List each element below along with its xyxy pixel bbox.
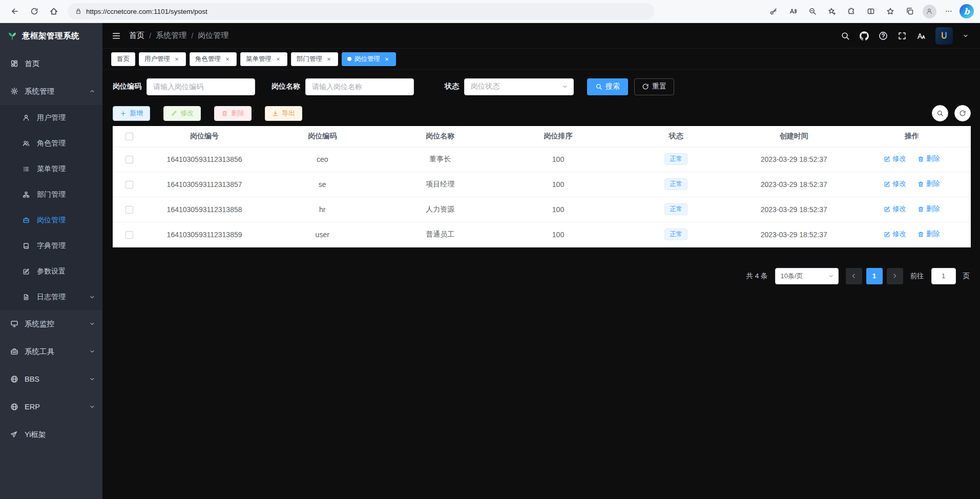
browser-profile-button[interactable] — [921, 3, 938, 20]
edit-button[interactable]: 修改 — [163, 106, 201, 121]
table-row: 1641030593112313857 se 项目经理 100 正常 2023-… — [113, 172, 971, 197]
row-edit-link[interactable]: 修改 — [884, 154, 906, 163]
browser-menu-button[interactable] — [940, 3, 957, 20]
reset-button[interactable]: 重置 — [634, 78, 674, 95]
github-button[interactable] — [860, 31, 869, 40]
browser-home-button[interactable] — [45, 3, 62, 20]
extensions-button[interactable] — [843, 3, 860, 20]
breadcrumb-home[interactable]: 首页 — [129, 31, 144, 40]
tab-close-icon[interactable] — [383, 55, 390, 63]
tab-departments[interactable]: 部门管理 — [291, 52, 338, 66]
refresh-table-button[interactable] — [954, 105, 971, 121]
tab-close-icon[interactable] — [325, 55, 332, 63]
sidebar-item-logs[interactable]: 日志管理 — [0, 284, 102, 310]
status-select-placeholder: 岗位状态 — [471, 82, 499, 91]
row-checkbox[interactable] — [126, 181, 133, 189]
chevron-down-icon — [89, 321, 95, 327]
favorites-button[interactable] — [882, 3, 899, 20]
row-checkbox[interactable] — [126, 231, 133, 239]
row-delete-link[interactable]: 删除 — [918, 154, 940, 163]
tab-menus[interactable]: 菜单管理 — [240, 52, 287, 66]
sidebar-item-yi[interactable]: Yi框架 — [0, 421, 102, 448]
breadcrumb-current: 岗位管理 — [198, 31, 228, 40]
tab-roles[interactable]: 角色管理 — [190, 52, 237, 66]
sidebar-item-bbs[interactable]: BBS — [0, 365, 102, 393]
sidebar-item-dict[interactable]: 字典管理 — [0, 233, 102, 259]
delete-button[interactable]: 删除 — [214, 106, 252, 121]
row-delete-link[interactable]: 删除 — [918, 230, 940, 239]
sidebar-item-label: 用户管理 — [37, 113, 66, 122]
post-code-input[interactable] — [147, 78, 255, 95]
col-post-id: 岗位编号 — [145, 126, 263, 147]
tab-close-icon[interactable] — [275, 55, 282, 63]
row-delete-link[interactable]: 删除 — [918, 204, 940, 214]
breadcrumb-section[interactable]: 系统管理 — [156, 31, 186, 40]
sidebar-item-departments[interactable]: 部门管理 — [0, 182, 102, 207]
row-edit-link[interactable]: 修改 — [884, 204, 906, 214]
chevron-down-icon — [89, 294, 95, 300]
tab-close-icon[interactable] — [224, 55, 231, 63]
sidebar-item-tools[interactable]: 系统工具 — [0, 338, 102, 365]
sidebar-item-params[interactable]: 参数设置 — [0, 259, 102, 284]
goto-page-input[interactable] — [931, 268, 956, 284]
row-edit-link[interactable]: 修改 — [884, 179, 906, 189]
tab-home[interactable]: 首页 — [111, 52, 135, 66]
status-select[interactable]: 岗位状态 — [464, 78, 574, 95]
tab-users[interactable]: 用户管理 — [139, 52, 186, 66]
tab-close-icon[interactable] — [173, 55, 180, 63]
site-lock-icon[interactable] — [75, 8, 82, 15]
cell-post-id: 1641030593112313858 — [145, 197, 263, 222]
toolbox-icon — [10, 347, 18, 356]
add-favorite-button[interactable] — [823, 3, 841, 20]
post-name-input[interactable] — [305, 78, 414, 95]
sidebar-toggle[interactable] — [112, 31, 121, 40]
sidebar-item-roles[interactable]: 角色管理 — [0, 131, 102, 156]
row-edit-link[interactable]: 修改 — [884, 230, 906, 239]
export-button[interactable]: 导出 — [265, 106, 302, 121]
page-size-select[interactable]: 10条/页 — [775, 268, 839, 284]
toggle-search-button[interactable] — [932, 105, 948, 121]
next-page-button[interactable] — [887, 268, 903, 284]
page-1-button[interactable]: 1 — [866, 268, 883, 284]
tab-posts[interactable]: 岗位管理 — [342, 52, 396, 66]
goto-unit-label: 页 — [963, 272, 970, 281]
add-button[interactable]: 新增 — [113, 106, 150, 121]
row-delete-link[interactable]: 删除 — [918, 179, 940, 189]
cell-created: 2023-03-29 18:52:37 — [735, 172, 853, 197]
password-button[interactable] — [765, 3, 782, 20]
collections-button[interactable] — [901, 3, 919, 20]
address-bar[interactable]: https://ccnetcore.com:1101/system/post — [68, 3, 654, 19]
table-row: 1641030593112313859 user 普通员工 100 正常 202… — [113, 222, 971, 247]
sidebar-item-home[interactable]: 首页 — [0, 50, 102, 77]
help-button[interactable] — [879, 31, 888, 40]
sidebar-item-erp[interactable]: ERP — [0, 393, 102, 421]
select-all-checkbox[interactable] — [126, 133, 133, 140]
chevron-up-icon — [89, 88, 95, 94]
avatar-caret-icon[interactable] — [963, 33, 969, 39]
row-checkbox[interactable] — [126, 206, 133, 214]
read-aloud-button[interactable] — [784, 3, 802, 20]
col-actions: 操作 — [853, 126, 971, 147]
sidebar-item-posts[interactable]: 岗位管理 — [0, 207, 102, 233]
sidebar-item-menus[interactable]: 菜单管理 — [0, 156, 102, 182]
zoom-button[interactable] — [804, 3, 821, 20]
copilot-button[interactable]: b — [960, 4, 974, 18]
cell-post-name: 普通员工 — [381, 222, 499, 247]
browser-back-button[interactable] — [6, 3, 24, 20]
fullscreen-button[interactable] — [898, 31, 907, 40]
sidebar-item-system[interactable]: 系统管理 — [0, 77, 102, 105]
fullscreen-icon — [898, 31, 907, 40]
browser-toolbar: https://ccnetcore.com:1101/system/post b — [0, 0, 980, 23]
page-content: 岗位编码 岗位名称 状态 岗位状态 搜索 重置 — [102, 70, 980, 499]
app-logo[interactable]: 意框架管理系统 — [0, 23, 102, 49]
row-checkbox[interactable] — [126, 156, 133, 163]
user-avatar[interactable] — [935, 27, 953, 45]
header-search-button[interactable] — [841, 31, 850, 40]
browser-refresh-button[interactable] — [26, 3, 43, 20]
split-screen-button[interactable] — [862, 3, 880, 20]
prev-page-button[interactable] — [846, 268, 862, 284]
search-button[interactable]: 搜索 — [587, 78, 628, 95]
sidebar-item-users[interactable]: 用户管理 — [0, 105, 102, 131]
font-size-button[interactable] — [916, 31, 926, 40]
sidebar-item-monitor[interactable]: 系统监控 — [0, 310, 102, 338]
